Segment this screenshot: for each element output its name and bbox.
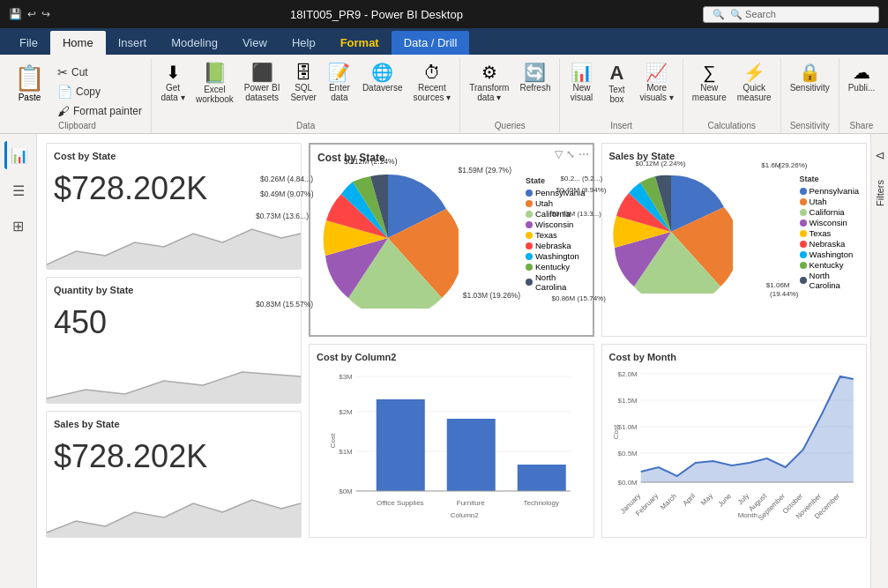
sensitivity-button[interactable]: 🔒 Sensitivity — [787, 62, 833, 94]
format-painter-button[interactable]: 🖌 Format painter — [54, 102, 146, 120]
search-bar[interactable]: 🔍 🔍 Search — [703, 6, 879, 23]
bar-chart-svg: $3M $2M $1M $0M Cost Office Suppli — [317, 366, 586, 520]
quantity-by-state-title: Quantity by State — [54, 285, 294, 295]
tab-help[interactable]: Help — [280, 31, 328, 55]
ribbon-tabs: File Home Insert Modeling View Help Form… — [0, 28, 888, 55]
svg-text:March: March — [659, 492, 678, 511]
sales-sparkline — [47, 484, 301, 537]
pie-annotation-5: $0.49M (9.07%) — [260, 190, 313, 198]
new-visual-icon: 📊 — [571, 63, 593, 81]
legend-kentucky: Kentucky — [526, 262, 586, 272]
s-legend-kentucky: Kentucky — [800, 260, 860, 270]
filter-icon[interactable]: ▽ — [555, 148, 563, 160]
svg-text:$1M: $1M — [339, 448, 353, 456]
tab-format[interactable]: Format — [328, 31, 392, 55]
data-view-icon[interactable]: ☰ — [4, 176, 33, 205]
get-data-button[interactable]: ⬇ Getdata ▾ — [157, 62, 189, 104]
text-box-icon: A — [610, 63, 624, 83]
sales-ann-3: $0.86M (15.74%) — [552, 294, 606, 302]
svg-text:June: June — [716, 492, 733, 509]
bar-chart-card: Cost by Column2 $3M $2M $1M $0M Cost — [309, 344, 594, 538]
svg-text:Office Supplies: Office Supplies — [377, 499, 424, 507]
s-legend-texas: Texas — [800, 228, 860, 238]
quantity-by-state-card: Quantity by State 450 — [46, 277, 302, 404]
more-options-icon[interactable]: ⋯ — [578, 148, 589, 160]
recent-icon: ⏱ — [423, 63, 441, 81]
tab-modeling[interactable]: Modeling — [159, 31, 230, 55]
svg-rect-14 — [518, 465, 566, 491]
title-bar: 💾 ↩ ↪ 18IT005_PR9 - Power BI Desktop 🔍 🔍… — [0, 0, 888, 28]
sql-icon: 🗄 — [295, 63, 312, 81]
legend-utah: Utah — [526, 198, 586, 208]
copy-button[interactable]: 📄 Copy — [54, 83, 146, 100]
tab-data-drill[interactable]: Data / Drill — [392, 31, 470, 55]
cut-button[interactable]: ✂ Cut — [54, 63, 146, 81]
recent-sources-button[interactable]: ⏱ Recentsources ▾ — [409, 62, 454, 104]
powerbi-label: Power BIdatasets — [244, 83, 280, 102]
ribbon-group-share: ☁ Publi... Share — [839, 58, 884, 133]
sales-ann-2b: (19.44%) — [770, 290, 798, 298]
right-panel-filter-icon[interactable]: ⊲ — [875, 148, 885, 162]
sales-pie-card: Sales by State $1.6M (29.26%) $1.06M (19… — [601, 143, 868, 337]
svg-text:$2M: $2M — [339, 408, 353, 416]
powerbi-datasets-button[interactable]: ⬛ Power BIdatasets — [241, 62, 284, 104]
pie-annotation-1: $1.59M (29.7%) — [459, 166, 511, 175]
new-visual-button[interactable]: 📊 Newvisual — [565, 62, 597, 104]
queries-group-label: Queries — [460, 121, 559, 130]
svg-text:Furniture: Furniture — [457, 499, 486, 507]
sql-server-button[interactable]: 🗄 SQLServer — [287, 62, 319, 104]
s-legend-pennsylvania: Pennsylvania — [800, 186, 860, 196]
queries-content: ⚙ Transformdata ▾ 🔄 Refresh — [466, 58, 554, 121]
search-icon: 🔍 — [713, 9, 725, 20]
refresh-button[interactable]: 🔄 Refresh — [516, 62, 554, 94]
enter-data-button[interactable]: 📝 Enterdata — [324, 62, 355, 104]
publish-button[interactable]: ☁ Publi... — [845, 62, 879, 94]
line-chart-card: Cost by Month $2.0M $1.5M $1.0M $0.5M $0… — [601, 344, 868, 538]
excel-icon: 📗 — [203, 63, 227, 83]
new-measure-button[interactable]: ∑ Newmeasure — [689, 62, 730, 104]
focus-icon[interactable]: ⤡ — [566, 148, 575, 160]
ribbon-group-queries: ⚙ Transformdata ▾ 🔄 Refresh Queries — [460, 58, 560, 133]
copy-label: Copy — [76, 86, 101, 98]
model-view-icon[interactable]: ⊞ — [4, 212, 33, 240]
clipboard-content: 📋 Paste ✂ Cut 📄 Copy 🖌 Format painter — [9, 58, 146, 121]
share-content: ☁ Publi... — [845, 58, 879, 121]
window-icons[interactable]: 💾 ↩ ↪ — [9, 8, 50, 20]
text-box-button[interactable]: A Textbox — [601, 62, 632, 106]
sales-ann-5: $0.49M (8.94%) — [556, 186, 607, 194]
legend-nebraska: Nebraska — [526, 241, 586, 250]
excel-workbook-button[interactable]: 📗 Excelworkbook — [192, 62, 237, 106]
more-visuals-button[interactable]: 📈 Morevisuals ▾ — [636, 62, 676, 104]
redo-icon[interactable]: ↪ — [41, 8, 50, 20]
dataverse-button[interactable]: 🌐 Dataverse — [359, 62, 407, 94]
paste-button[interactable]: 📋 Paste — [9, 62, 50, 104]
quick-measure-button[interactable]: ⚡ Quickmeasure — [734, 62, 775, 104]
calculations-content: ∑ Newmeasure ⚡ Quickmeasure — [689, 58, 775, 121]
transform-data-button[interactable]: ⚙ Transformdata ▾ — [466, 62, 512, 104]
svg-text:$0.0M: $0.0M — [617, 479, 638, 487]
cost-sparkline — [47, 216, 301, 269]
tab-insert[interactable]: Insert — [106, 31, 160, 55]
filters-label[interactable]: Filters — [875, 180, 885, 206]
sales-pie-legend: State Pennsylvania Utah California Wisco… — [738, 170, 860, 291]
sales-by-state-card: Sales by State $728.202K — [46, 411, 302, 538]
tab-view[interactable]: View — [230, 31, 280, 55]
tab-home[interactable]: Home — [50, 31, 106, 55]
sales-ann-4: $0.73M (13.3...) — [552, 210, 601, 218]
insert-group-label: Insert — [560, 121, 682, 130]
get-data-label: Getdata ▾ — [160, 83, 184, 102]
save-icon[interactable]: 💾 — [9, 8, 22, 20]
legend-nc: North Carolina — [526, 272, 586, 292]
pie-annotation-2: $1.03M (19.26%) — [463, 291, 520, 300]
new-visual-label: Newvisual — [571, 83, 593, 102]
tab-file[interactable]: File — [7, 31, 50, 55]
sensitivity-group-label: Sensitivity — [781, 121, 839, 130]
main-area: 📊 ☰ ⊞ Cost by State $728.202K Quantity b… — [0, 134, 888, 588]
undo-icon[interactable]: ↩ — [27, 8, 36, 20]
sales-by-state-title: Sales by State — [54, 419, 294, 429]
enter-data-label: Enterdata — [329, 83, 350, 102]
report-view-icon[interactable]: 📊 — [4, 141, 33, 169]
sales-pie-content: $1.6M (29.26%) $1.06M (19.44%) $0.86M (1… — [609, 170, 860, 329]
quantity-sparkline — [47, 350, 301, 403]
sales-ann-2: $1.06M — [766, 281, 790, 289]
